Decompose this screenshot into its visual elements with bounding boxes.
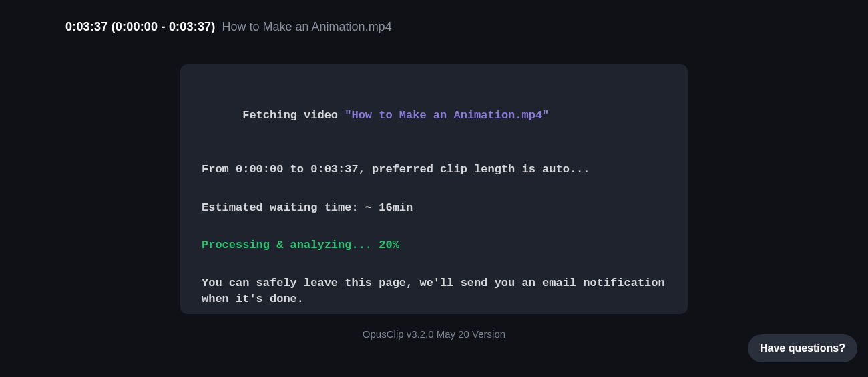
console-line-range: From 0:00:00 to 0:03:37, preferred clip … <box>202 162 666 178</box>
fetch-label: Fetching video <box>242 109 345 122</box>
source-filename: How to Make an Animation.mp4 <box>222 20 392 34</box>
console-line-progress: Processing & analyzing... 20% <box>202 237 666 254</box>
fetch-filename: "How to Make an Animation.mp4" <box>345 109 549 122</box>
console-line-eta: Estimated waiting time: ~ 16min <box>202 200 666 217</box>
console-line-notice: You can safely leave this page, we'll se… <box>202 275 666 308</box>
help-button[interactable]: Have questions? <box>748 334 857 362</box>
app-version-footer: OpusClip v3.2.0 May 20 Version <box>0 328 868 340</box>
processing-page: 0:03:37 (0:00:00 - 0:03:37) How to Make … <box>0 0 868 377</box>
console-line-fetch: Fetching video "How to Make an Animation… <box>202 91 666 140</box>
clip-duration-range: 0:03:37 (0:00:00 - 0:03:37) <box>65 20 216 34</box>
header-bar: 0:03:37 (0:00:00 - 0:03:37) How to Make … <box>65 20 392 34</box>
processing-console: Fetching video "How to Make an Animation… <box>180 64 688 314</box>
